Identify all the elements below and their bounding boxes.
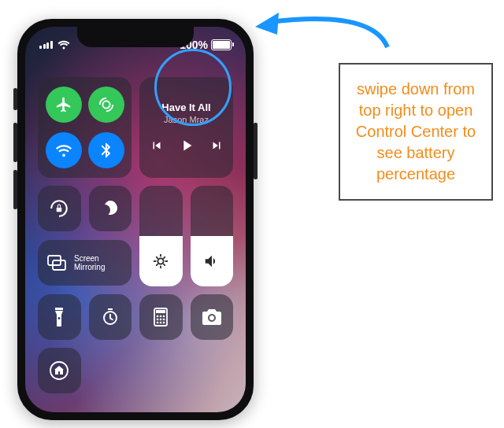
control-center: Have It All Jason Mraz (38, 77, 233, 393)
iphone-frame: 100% (17, 19, 254, 420)
music-title: Have It All (161, 101, 210, 113)
volume-icon (203, 253, 220, 270)
screen-mirroring-button[interactable]: Screen Mirroring (38, 240, 132, 286)
svg-point-12 (160, 322, 162, 324)
do-not-disturb-button[interactable] (89, 186, 132, 231)
next-track-icon[interactable] (209, 138, 224, 153)
connectivity-tile[interactable] (38, 77, 132, 178)
annotation-arrow (246, 3, 403, 54)
cellular-signal-icon (39, 41, 53, 49)
screen-mirroring-label-2: Mirroring (74, 263, 105, 271)
brightness-slider[interactable] (139, 186, 183, 286)
instruction-text: swipe down from top right to open Contro… (348, 79, 484, 185)
svg-point-7 (163, 315, 165, 318)
svg-point-11 (157, 322, 159, 324)
play-icon[interactable] (178, 137, 195, 154)
screen-mirroring-label-1: Screen (74, 254, 105, 263)
svg-point-6 (160, 315, 162, 318)
svg-point-10 (163, 319, 165, 321)
cellular-data-button[interactable] (88, 87, 124, 123)
bluetooth-button[interactable] (88, 132, 124, 168)
brightness-icon (152, 253, 169, 270)
battery-icon (211, 39, 232, 50)
calculator-button[interactable] (139, 294, 183, 340)
flashlight-button[interactable] (38, 294, 81, 340)
orientation-lock-button[interactable] (38, 186, 81, 231)
svg-point-5 (157, 315, 159, 318)
screen-mirroring-icon (47, 255, 66, 271)
phone-side-button (254, 123, 258, 179)
camera-button[interactable] (191, 294, 234, 340)
home-button[interactable] (38, 348, 81, 393)
previous-track-icon[interactable] (150, 138, 164, 153)
wifi-icon (57, 40, 70, 50)
iphone-screen: 100% (25, 27, 246, 412)
timer-button[interactable] (89, 294, 132, 340)
wifi-button[interactable] (46, 132, 82, 168)
svg-point-8 (157, 319, 159, 321)
music-artist: Jason Mraz (164, 115, 209, 124)
svg-point-13 (163, 322, 165, 324)
music-tile[interactable]: Have It All Jason Mraz (139, 77, 233, 178)
volume-slider[interactable] (191, 186, 234, 286)
svg-point-9 (160, 319, 162, 321)
instruction-callout: swipe down from top right to open Contro… (339, 63, 493, 201)
notch (77, 27, 194, 47)
svg-rect-4 (156, 310, 165, 313)
airplane-mode-button[interactable] (46, 87, 82, 123)
